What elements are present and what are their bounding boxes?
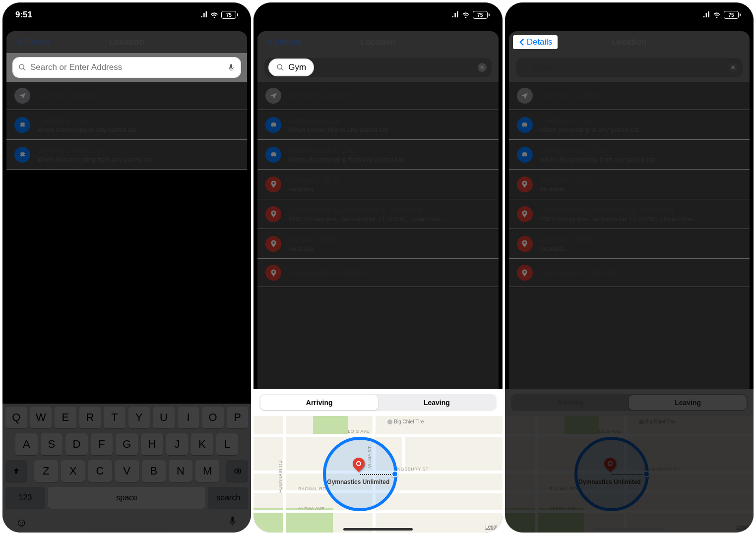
search-result-row[interactable]: Gympie, QLDAustralia (257, 170, 498, 199)
clear-search-button[interactable]: ✕ (729, 63, 738, 72)
car-icon (517, 117, 533, 133)
key-x[interactable]: X (61, 460, 85, 482)
mic-icon[interactable] (227, 63, 235, 71)
key-f[interactable]: F (91, 433, 113, 455)
key-l[interactable]: L (216, 433, 239, 455)
map-view[interactable]: LOIS AVE KINGSBURY ST BAGNAL RD ALPHA AV… (505, 416, 754, 533)
row-getting-in-car[interactable]: Getting in CarWhen connecting to any pai… (509, 110, 750, 140)
key-m[interactable]: M (195, 460, 219, 482)
home-indicator[interactable] (92, 528, 162, 531)
key-o[interactable]: O (202, 407, 224, 428)
row-current-location[interactable]: Current Location (6, 82, 247, 110)
phone-3: .ıl 75 Details Location Gym ✕ Curre (505, 2, 754, 533)
row-getting-out-car[interactable]: Getting out of CarWhen disconnecting fro… (6, 140, 247, 170)
key-r[interactable]: R (79, 407, 101, 428)
pin-icon (265, 236, 281, 252)
radius-handle[interactable] (391, 471, 398, 477)
key-u[interactable]: U (153, 407, 175, 428)
search-field[interactable] (13, 58, 240, 77)
dictation-icon[interactable] (227, 516, 238, 527)
segment-control: Arriving Leaving (253, 389, 502, 416)
key-a[interactable]: A (15, 433, 38, 455)
search-result-row[interactable]: Gymnastics Unlimited (257, 259, 498, 287)
shift-key[interactable] (5, 460, 27, 482)
radius-handle[interactable] (643, 471, 650, 477)
search-field[interactable]: Gym ✕ (264, 58, 491, 77)
key-e[interactable]: E (55, 407, 76, 428)
status-right: .ıl 75 (200, 10, 238, 20)
key-123[interactable]: 123 (5, 487, 45, 509)
key-w[interactable]: W (30, 407, 52, 428)
key-y[interactable]: Y (128, 407, 150, 428)
keyboard[interactable]: QWERTYUIOP ASDFGHJKL ZXCVBNM 123 space s… (2, 404, 251, 533)
backspace-key[interactable] (226, 460, 248, 482)
key-j[interactable]: J (166, 433, 189, 455)
key-b[interactable]: B (142, 460, 166, 482)
segment-arriving[interactable]: Arriving (260, 395, 378, 410)
key-s[interactable]: S (41, 433, 63, 455)
row-current-location[interactable]: Current Location (509, 82, 750, 110)
key-g[interactable]: G (116, 433, 138, 455)
svg-point-0 (19, 64, 24, 69)
key-i[interactable]: I (178, 407, 199, 428)
navbar: Details Location (257, 31, 498, 53)
back-button[interactable]: Details (10, 35, 55, 49)
segment-arriving[interactable]: Arriving (512, 395, 630, 410)
emoji-key[interactable]: ☺ (15, 516, 28, 530)
row-getting-in-car[interactable]: Getting in CarWhen connecting to any pai… (257, 110, 498, 140)
geofence-circle[interactable] (574, 437, 649, 511)
key-search[interactable]: search (208, 487, 248, 509)
back-button[interactable]: Details (261, 35, 306, 49)
location-arrow-icon (517, 88, 533, 104)
key-t[interactable]: T (104, 407, 126, 428)
home-indicator[interactable] (594, 528, 664, 531)
search-result-row[interactable]: Gyminators Gymnastics & Tumbling4603 Shi… (509, 199, 750, 229)
row-current-location[interactable]: Current Location (257, 82, 498, 110)
pin-icon (517, 265, 533, 281)
chevron-left-icon (15, 38, 23, 46)
search-result-row[interactable]: Gymea, NSWAustralia (509, 229, 750, 259)
car-icon (265, 147, 281, 163)
phone-1: 9:51 .ıl 75 Details Location Cu (2, 2, 251, 533)
search-result-row[interactable]: Gympie, QLDAustralia (509, 170, 750, 199)
key-n[interactable]: N (169, 460, 192, 482)
segment-leaving[interactable]: Leaving (629, 395, 747, 410)
key-k[interactable]: K (191, 433, 213, 455)
key-v[interactable]: V (115, 460, 139, 482)
search-field[interactable]: Gym ✕ (516, 58, 743, 77)
search-input[interactable] (30, 62, 223, 72)
search-result-row[interactable]: Gymnastics Unlimited (509, 259, 750, 287)
map-legal-link[interactable]: Legal (485, 524, 497, 530)
home-indicator[interactable] (343, 528, 413, 531)
row-getting-out-car[interactable]: Getting out of CarWhen disconnecting fro… (257, 140, 498, 170)
key-space[interactable]: space (48, 487, 205, 509)
search-wrap (6, 53, 247, 82)
key-c[interactable]: C (88, 460, 112, 482)
back-button[interactable]: Details (513, 35, 558, 49)
key-z[interactable]: Z (34, 460, 58, 482)
screen: Details Location Current Location Gettin… (2, 27, 251, 533)
key-d[interactable]: D (65, 433, 88, 455)
row-getting-in-car[interactable]: Getting in CarWhen connecting to any pai… (6, 110, 247, 140)
segment-leaving[interactable]: Leaving (378, 395, 496, 410)
location-list: Current Location Getting in CarWhen conn… (509, 82, 750, 389)
screen: Details Location Gym ✕ Current Location … (505, 27, 754, 533)
map-legal-link[interactable]: Legal (737, 524, 749, 530)
search-query: Gym (288, 62, 306, 72)
key-q[interactable]: Q (5, 407, 27, 428)
wifi-icon (713, 11, 721, 19)
key-h[interactable]: H (141, 433, 163, 455)
navbar: Details Location (6, 31, 247, 53)
search-result-row[interactable]: Gymea, NSWAustralia (257, 229, 498, 259)
location-arrow-icon (14, 88, 30, 104)
search-result-row[interactable]: Gyminators Gymnastics & Tumbling4603 Shi… (257, 199, 498, 229)
clear-search-button[interactable]: ✕ (478, 63, 487, 72)
map-view[interactable]: LOIS AVE KINGSBURY ST BAGNAL RD ALPHA AV… (253, 416, 502, 533)
search-icon (18, 63, 26, 71)
car-icon (14, 147, 30, 163)
map-place-label: Gymnastics Unlimited (578, 478, 641, 485)
map-place-label: Gymnastics Unlimited (327, 478, 389, 485)
key-p[interactable]: P (227, 407, 249, 428)
row-getting-out-car[interactable]: Getting out of CarWhen disconnecting fro… (509, 140, 750, 170)
car-icon (517, 147, 533, 163)
